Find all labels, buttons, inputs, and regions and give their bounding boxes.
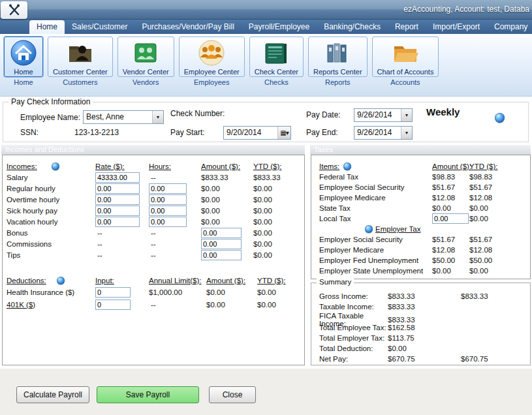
- tax-row: Employer Fed Unemployment $50.00 $50.00: [311, 255, 530, 266]
- input-header: Input:: [95, 277, 149, 284]
- summary-ytd: $833.33: [461, 292, 530, 300]
- summary-label: Gross Income:: [319, 292, 388, 300]
- toolbar-customer-center: Customer Center Customers: [48, 37, 113, 86]
- sick-hourly-rate-input[interactable]: [95, 206, 140, 216]
- chevron-down-icon[interactable]: ▼: [401, 127, 412, 139]
- k401-input[interactable]: [95, 300, 131, 310]
- summary-value: $0.00: [388, 345, 461, 352]
- income-label: Salary: [7, 174, 95, 181]
- employee-name-select[interactable]: Best, Anne ▼: [83, 110, 164, 124]
- reports-center-label: Reports: [325, 78, 351, 86]
- pay-date-select[interactable]: 9/26/2014 ▼: [354, 108, 413, 122]
- tips-amount-input[interactable]: [201, 250, 242, 260]
- tab-import-export[interactable]: Import/Export: [426, 20, 487, 34]
- tax-ytd: $0.00: [469, 204, 530, 212]
- customer-center-button[interactable]: Customer Center: [48, 37, 113, 77]
- chevron-down-icon[interactable]: ▼: [152, 111, 163, 123]
- income-row: Tips -- -- $0.00: [3, 249, 304, 260]
- regular-hourly-hours-input[interactable]: [149, 183, 187, 194]
- k401-link[interactable]: 401K ($): [7, 301, 95, 309]
- help-globe-icon[interactable]: [52, 162, 59, 170]
- health-insurance-input[interactable]: [95, 287, 131, 298]
- toolbar: Home Home Customer Center Customers: [0, 34, 532, 97]
- help-globe-icon[interactable]: [57, 277, 65, 284]
- calculate-payroll-button[interactable]: Calculate Payroll: [16, 386, 89, 403]
- check-center-caption: Check Center: [255, 68, 298, 76]
- close-button[interactable]: Close: [209, 386, 256, 403]
- tax-ytd: $51.67: [469, 183, 530, 191]
- tab-company[interactable]: Company: [487, 20, 532, 34]
- taxes-panel: Items: Amount ($): YTD ($): Federal Tax …: [311, 155, 531, 279]
- summary-value: $833.33: [388, 303, 461, 311]
- income-row: Overtime hourly $0.00 $0.00: [3, 194, 304, 205]
- tab-home[interactable]: Home: [29, 20, 65, 34]
- help-globe-icon[interactable]: [343, 162, 351, 170]
- overtime-hourly-hours-input[interactable]: [149, 194, 187, 205]
- tab-sales-customer[interactable]: Sales/Customer: [65, 20, 134, 34]
- tax-row: Employer Medicare $12.08 $12.08: [311, 245, 530, 255]
- employer-tax-subheader: Employer Tax: [311, 224, 530, 234]
- toolbar-employee-center: Employee Center Employees: [179, 37, 245, 86]
- help-globe-icon[interactable]: [495, 113, 505, 123]
- local-tax-input[interactable]: [432, 213, 469, 224]
- chart-of-accounts-button[interactable]: Chart of Accounts: [372, 37, 439, 77]
- summary-value: $833.33: [388, 316, 461, 324]
- summary-row: Net Pay: $670.75 $670.75: [311, 354, 530, 364]
- customer-center-label: Customers: [63, 78, 97, 86]
- save-payroll-button[interactable]: Save Payroll: [97, 386, 199, 403]
- tax-ytd: $51.67: [469, 236, 530, 243]
- chart-of-accounts-caption: Chart of Accounts: [377, 68, 434, 76]
- title-bar: ezAccounting, Account: test, Databa: [0, 0, 532, 20]
- summary-value: $833.33: [388, 292, 461, 300]
- deduction-row: 401K ($) -- $0.00 $0.00: [3, 298, 304, 311]
- employee-center-button[interactable]: Employee Center: [179, 37, 245, 77]
- help-globe-icon[interactable]: [365, 225, 373, 233]
- vendor-center-button[interactable]: Vendor Center: [117, 37, 174, 77]
- app-logo-icon[interactable]: [1, 1, 27, 19]
- overtime-hourly-rate-input[interactable]: [95, 194, 140, 205]
- deduction-label: Health Insurance ($): [7, 288, 95, 296]
- tab-report[interactable]: Report: [388, 20, 426, 34]
- deduction-ytd: $0.00: [257, 288, 304, 296]
- income-amount: $0.00: [201, 207, 253, 215]
- commissions-amount-input[interactable]: [201, 239, 242, 249]
- income-row: Commissions -- -- $0.00: [3, 238, 304, 249]
- chevron-down-icon[interactable]: ▼: [401, 109, 412, 121]
- regular-hourly-rate-input[interactable]: [95, 183, 140, 194]
- vacation-hourly-hours-input[interactable]: [149, 217, 187, 227]
- vacation-hourly-rate-input[interactable]: [95, 217, 140, 227]
- employee-center-label: Employees: [194, 78, 229, 86]
- income-label: Tips: [7, 251, 95, 259]
- income-row: Salary -- $833.33 $833.33: [3, 172, 304, 183]
- bonus-amount-input[interactable]: [201, 228, 242, 238]
- home-button[interactable]: Home: [4, 37, 43, 77]
- salary-rate-input[interactable]: [95, 172, 140, 183]
- reports-center-button[interactable]: Reports Center: [308, 37, 368, 77]
- check-center-button[interactable]: Check Center: [249, 37, 304, 77]
- tax-row: Employee Social Security $51.67 $51.67: [311, 182, 530, 192]
- pay-end-select[interactable]: 9/26/2014 ▼: [354, 126, 413, 140]
- ssn-value: 123-13-2213: [74, 128, 119, 137]
- toolbar-home: Home Home: [4, 37, 43, 86]
- income-hours: --: [149, 229, 201, 237]
- tax-label: Employer Fed Unemployment: [319, 256, 432, 264]
- tax-label: Federal Tax: [319, 173, 432, 181]
- tab-purchases-vendor-pay-bill[interactable]: Purchases/Vendor/Pay Bill: [134, 20, 241, 34]
- employee-center-caption: Employee Center: [184, 68, 240, 76]
- calendar-dropdown-icon[interactable]: ▦▾: [277, 127, 290, 139]
- summary-row: FICA Taxable Income: $833.33: [311, 312, 530, 322]
- pay-start-datepicker[interactable]: 9/20/2014 ▦▾: [223, 126, 291, 140]
- chart-of-accounts-icon: [391, 38, 420, 67]
- sick-hourly-hours-input[interactable]: [149, 206, 187, 216]
- tab-payroll-employee[interactable]: Payroll/Employee: [242, 20, 317, 34]
- tab-banking-checks[interactable]: Banking/Checks: [317, 20, 388, 34]
- tax-row: Employee Medicare $12.08 $12.08: [311, 192, 530, 203]
- tax-amount: $50.00: [432, 256, 469, 264]
- income-row: Vacation hourly $0.00 $0.00: [3, 216, 304, 227]
- summary-row: Total Deduction: $0.00: [311, 343, 530, 354]
- pay-start-value: 9/20/2014: [224, 127, 277, 139]
- employee-name-value: Best, Anne: [84, 111, 152, 123]
- income-hours: --: [149, 251, 201, 259]
- summary-label: Net Pay:: [319, 355, 388, 363]
- taxes-section-header: Taxes: [310, 145, 531, 155]
